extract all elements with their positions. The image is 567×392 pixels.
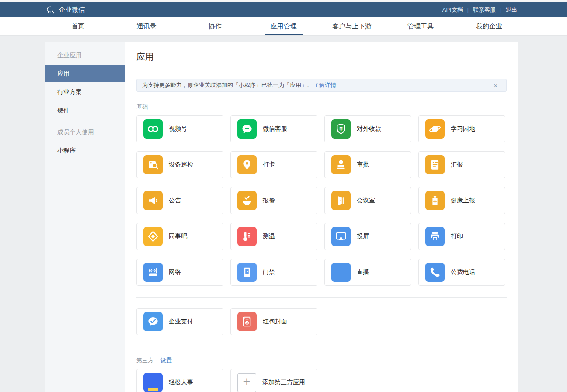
sidebar-item-mini-programs[interactable]: 小程序	[45, 141, 125, 160]
tab-app-management[interactable]: 应用管理	[249, 17, 318, 35]
icon-text: LIVE	[335, 270, 347, 275]
sidebar-item-hardware[interactable]: 硬件	[45, 101, 125, 119]
app-card-door-access[interactable]: 门禁	[230, 259, 317, 286]
page-title: 应用	[136, 51, 507, 63]
learning-garden-icon	[425, 119, 445, 139]
door-access-icon	[237, 263, 257, 282]
network-icon	[143, 263, 163, 282]
active-tab-underline	[265, 34, 303, 35]
tab-collaboration[interactable]: 协作	[181, 17, 249, 35]
app-card-easy-hr[interactable]: HR轻松人事	[136, 369, 223, 392]
app-card-approval[interactable]: 审批	[324, 151, 411, 178]
tab-my-enterprise[interactable]: 我的企业	[455, 17, 523, 35]
app-card-report[interactable]: 汇报	[418, 151, 505, 178]
video-channels-icon	[143, 119, 163, 139]
app-label: 企业支付	[169, 318, 193, 326]
add-third-party-icon: +	[237, 373, 256, 392]
app-label: 会议室	[357, 197, 375, 205]
sidebar-group: 成员个人使用小程序	[45, 123, 125, 160]
app-grid: 视频号微信客服¥对外收款学习园地设备巡检打卡审批汇报公告报餐会议室健康上报同事吧…	[136, 115, 507, 286]
app-card-video-channels[interactable]: 视频号	[136, 115, 223, 142]
app-card-add-third-party[interactable]: +添加第三方应用	[230, 369, 317, 392]
app-label: 对外收款	[357, 125, 381, 133]
app-label: 添加第三方应用	[262, 378, 305, 386]
app-card-external-payment-collection[interactable]: ¥对外收款	[324, 115, 411, 142]
app-label: 设备巡检	[169, 161, 193, 169]
topbar-link-logout[interactable]: 退出	[506, 6, 517, 14]
topbar-link-separator: |	[500, 7, 501, 13]
close-icon[interactable]: ×	[490, 82, 501, 89]
topbar-link-api-docs[interactable]: API文档	[442, 6, 463, 14]
app-label: 打卡	[263, 161, 275, 169]
topbar-links: API文档|联系客服|退出	[442, 6, 517, 14]
section-settings-link[interactable]: 设置	[160, 357, 172, 364]
brand: 企业微信	[46, 5, 85, 15]
tab-label: 协作	[209, 22, 222, 31]
app-card-temperature[interactable]: 测温	[230, 223, 317, 250]
tab-label: 首页	[71, 22, 84, 31]
section-label: 第三方	[136, 357, 153, 364]
tab-label: 我的企业	[476, 22, 502, 31]
tab-contacts[interactable]: 通讯录	[112, 17, 181, 35]
app-label: 汇报	[451, 161, 463, 169]
topbar-link-separator: |	[467, 7, 469, 13]
sidebar-group-header: 成员个人使用	[45, 123, 125, 141]
app-card-meal-order[interactable]: 报餐	[230, 187, 317, 214]
wechat-customer-service-icon	[237, 119, 257, 139]
easy-hr-icon: HR	[143, 373, 163, 392]
print-icon	[425, 227, 445, 246]
screen-cast-icon	[331, 227, 351, 246]
app-card-wechat-customer-service[interactable]: 微信客服	[230, 115, 317, 142]
approval-icon	[331, 155, 351, 174]
tab-label: 通讯录	[137, 22, 157, 31]
group-divider	[136, 297, 507, 298]
topbar: 企业微信 API文档|联系客服|退出	[0, 2, 567, 17]
app-grid: 企业支付红包封面	[136, 308, 507, 335]
app-label: 红包封面	[263, 318, 287, 326]
enterprise-pay-icon	[143, 312, 163, 331]
equipment-inspection-icon	[143, 155, 163, 174]
tab-customers-upstream-downstream[interactable]: 客户与上下游	[318, 17, 386, 35]
app-card-free-call[interactable]: 公费电话	[418, 259, 505, 286]
section-divider	[136, 345, 507, 345]
app-label: 审批	[357, 161, 369, 169]
app-label: 网络	[169, 268, 181, 276]
app-label: 轻松人事	[169, 378, 193, 386]
sidebar-item-industry-solutions[interactable]: 行业方案	[45, 83, 125, 101]
app-card-red-packet-cover[interactable]: 红包封面	[230, 308, 317, 335]
tab-home[interactable]: 首页	[44, 17, 112, 35]
section-header: 基础	[136, 103, 507, 111]
hr-icon-accent-bar	[148, 388, 158, 391]
plus-icon: +	[243, 376, 250, 388]
app-card-print[interactable]: 打印	[418, 223, 505, 250]
app-label: 直播	[357, 268, 369, 276]
app-label: 同事吧	[169, 232, 187, 240]
brand-name: 企业微信	[59, 6, 85, 14]
sidebar-group-header: 企业应用	[45, 46, 125, 64]
app-card-announcement[interactable]: 公告	[136, 187, 223, 214]
app-card-meeting-room[interactable]: 会议室	[324, 187, 411, 214]
meal-order-icon	[237, 191, 257, 210]
app-card-screen-cast[interactable]: 投屏	[324, 223, 411, 250]
app-card-health-report[interactable]: 健康上报	[418, 187, 505, 214]
sidebar: 企业应用应用行业方案硬件成员个人使用小程序	[45, 42, 125, 392]
section-label: 基础	[136, 103, 148, 111]
app-card-learning-garden[interactable]: 学习园地	[418, 115, 505, 142]
topbar-link-contact-support[interactable]: 联系客服	[473, 6, 496, 14]
app-card-enterprise-pay[interactable]: 企业支付	[136, 308, 223, 335]
wechat-work-logo-icon	[46, 5, 56, 15]
app-card-network[interactable]: 网络	[136, 259, 223, 286]
main-panel: 应用 为支持更多能力，原企业关联添加的「小程序」已统一为「应用」。了解详情 × …	[125, 42, 518, 392]
app-card-live[interactable]: LIVE直播	[324, 259, 411, 286]
app-card-check-in[interactable]: 打卡	[230, 151, 317, 178]
health-report-icon	[425, 191, 445, 210]
tab-label: 客户与上下游	[332, 22, 372, 31]
temperature-icon	[237, 227, 257, 246]
tab-label: 应用管理	[271, 22, 297, 31]
app-card-equipment-inspection[interactable]: 设备巡检	[136, 151, 223, 178]
app-grid: HR轻松人事+添加第三方应用	[136, 369, 507, 392]
sidebar-item-apps[interactable]: 应用	[45, 65, 125, 82]
tab-admin-tools[interactable]: 管理工具	[386, 17, 455, 35]
notice-link[interactable]: 了解详情	[313, 81, 336, 89]
app-card-colleague-bar[interactable]: 同事吧	[136, 223, 223, 250]
